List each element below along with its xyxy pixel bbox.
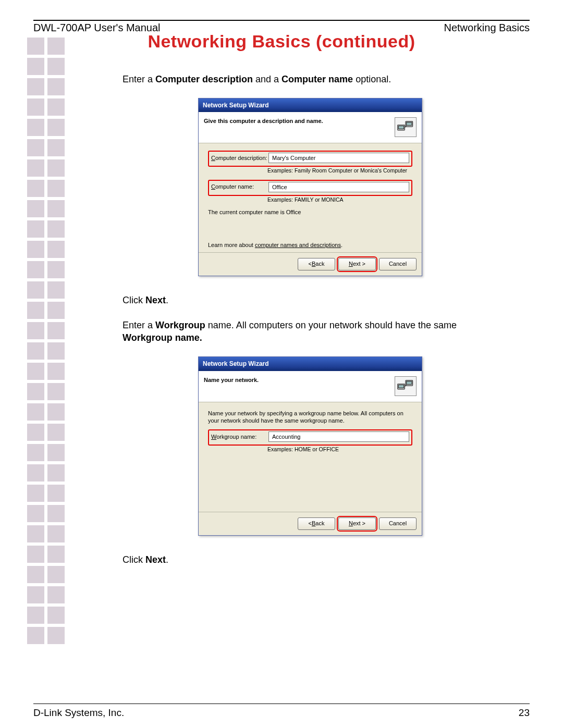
computer-description-input[interactable]	[268, 153, 409, 163]
wizard1-subtitle: Give this computer a description and nam…	[204, 117, 323, 125]
wizard-window-2: Network Setup Wizard Name your network. …	[198, 356, 422, 535]
workgroup-label: Workgroup name:	[211, 433, 268, 441]
click-next-1: Click Next.	[123, 294, 498, 306]
back-button[interactable]: < Back	[298, 517, 335, 530]
back-button[interactable]: < Back	[298, 258, 335, 270]
wizard2-subtitle: Name your network.	[204, 376, 259, 384]
instruction-2: Enter a Workgroup name. All computers on…	[123, 319, 498, 344]
footer-rule	[33, 704, 530, 704]
next-button[interactable]: Next >	[338, 258, 376, 270]
workgroup-name-input[interactable]	[268, 431, 409, 442]
name-examples: Examples: FAMILY or MONICA	[267, 196, 412, 203]
wizard-window-1: Network Setup Wizard Give this computer …	[198, 98, 422, 276]
svg-rect-1	[398, 126, 403, 129]
workgroup-examples: Examples: HOME or OFFICE	[267, 446, 412, 453]
click-next-2: Click Next.	[123, 553, 498, 566]
next-button[interactable]: Next >	[338, 517, 376, 530]
name-label: Computer name:	[211, 183, 268, 191]
highlight-desc-row: Computer description:	[208, 151, 412, 167]
wizard2-titlebar: Network Setup Wizard	[199, 357, 422, 371]
current-name-note: The current computer name is Office	[208, 208, 412, 216]
cancel-button[interactable]: Cancel	[379, 258, 417, 270]
instruction-1: Enter a Computer description and a Compu…	[123, 73, 498, 85]
page-number: 23	[519, 707, 530, 719]
header-rule	[33, 20, 530, 21]
computer-name-input[interactable]	[268, 182, 409, 192]
wizard2-body-text: Name your network by specifying a workgr…	[208, 410, 412, 425]
decorative-side-squares: // we'll generate rows below via plain m…	[27, 38, 65, 647]
computers-icon	[395, 117, 417, 137]
section-title: Networking Basics (continued)	[0, 31, 563, 52]
svg-rect-3	[407, 122, 412, 126]
computers-icon	[395, 376, 417, 396]
desc-label: Computer description:	[211, 154, 268, 162]
svg-rect-7	[407, 381, 412, 384]
learn-more: Learn more about computer names and desc…	[208, 241, 412, 249]
wizard1-titlebar: Network Setup Wizard	[199, 98, 422, 112]
footer-company: D-Link Systems, Inc.	[33, 707, 124, 719]
cancel-button[interactable]: Cancel	[379, 517, 417, 530]
learn-more-link[interactable]: computer names and descriptions	[255, 242, 341, 248]
highlight-workgroup-row: Workgroup name:	[208, 429, 412, 446]
highlight-name-row: Computer name:	[208, 180, 412, 196]
svg-rect-5	[398, 385, 403, 388]
desc-examples: Examples: Family Room Computer or Monica…	[267, 167, 412, 174]
